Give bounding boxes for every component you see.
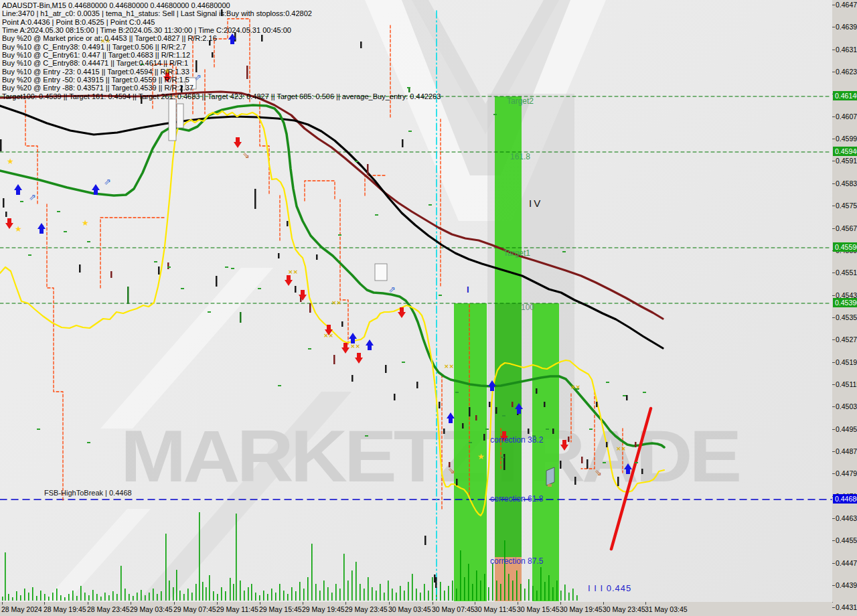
volume-bar xyxy=(240,581,241,601)
price-tick-label: 0.45115 xyxy=(836,380,857,388)
volume-bar xyxy=(271,589,272,601)
correction-38.2-label: correction 38.2 xyxy=(490,436,543,445)
volume-bar xyxy=(327,587,329,601)
buy-arrow-icon xyxy=(624,463,632,474)
elliott-wave-1-label: I xyxy=(467,285,469,295)
info-line: Buy %20 @ Entry -50: 0.43915 || Target:0… xyxy=(2,76,441,84)
volume-bar xyxy=(72,591,74,601)
info-line: Buy %10 @ C_Entry88: 0.44471 || Target:0… xyxy=(2,59,441,67)
trading-platform-window: MARKETZTRADE ⇗⇗⇗⇗⇘⇘⇘★★★★★×××××××××××××××… xyxy=(0,0,857,616)
candle xyxy=(489,402,491,407)
volume-bar xyxy=(60,595,62,601)
volume-bar xyxy=(524,589,526,601)
volume-bar xyxy=(161,591,162,601)
volume-bar xyxy=(248,587,249,601)
volume-bar xyxy=(251,584,252,601)
x-marker-icon: ×× xyxy=(350,343,360,350)
volume-bar xyxy=(112,591,114,601)
time-tick-label: 28 May 23:45 xyxy=(87,605,130,613)
volume-bar xyxy=(384,593,385,601)
volume-bar xyxy=(380,584,381,601)
flag-object-icon[interactable] xyxy=(546,467,554,485)
time-axis[interactable]: 28 May 202428 May 19:4528 May 23:4529 Ma… xyxy=(0,602,832,616)
candle xyxy=(435,577,437,588)
elliott-wave-3-price-label: I I I 0.445 xyxy=(588,584,631,593)
volume-bar xyxy=(137,593,138,601)
candle xyxy=(333,355,335,364)
volume-bar xyxy=(440,582,441,601)
volume-bar xyxy=(287,594,289,601)
volume-bar xyxy=(540,567,542,601)
volume-bar xyxy=(279,584,281,601)
sell-arrow-icon xyxy=(299,290,307,301)
candle xyxy=(512,402,514,407)
time-tick-label: 31 May 03:45 xyxy=(645,605,688,613)
candle xyxy=(606,442,608,447)
hollow-down-arrow-icon: ⇘ xyxy=(448,465,455,475)
volume-bar xyxy=(488,587,489,601)
volume-bar xyxy=(92,590,94,601)
volume-bar xyxy=(376,591,377,601)
candle xyxy=(309,303,311,313)
sell-arrow-icon xyxy=(234,137,242,148)
time-tick-label: 30 May 07:45 xyxy=(432,605,475,613)
symbol-ohlc-line: ADAUSDT-Bin,M15 0.44680000 0.44680000 0.… xyxy=(2,1,441,9)
time-tick-label: 29 May 07:45 xyxy=(173,605,216,613)
price-tick-label: 0.45195 xyxy=(836,358,857,366)
candle xyxy=(635,442,637,447)
time-tick-label: 30 May 15:45 xyxy=(517,605,560,613)
volume-bar xyxy=(364,589,365,601)
volume-bar xyxy=(179,591,181,601)
price-tick-label: 0.44795 xyxy=(836,469,857,477)
buy-arrow-icon xyxy=(366,339,374,350)
candle xyxy=(3,198,5,208)
volume-bar xyxy=(564,585,566,601)
volume-bar xyxy=(388,581,389,601)
buy-arrow-icon xyxy=(37,223,46,234)
volume-bar xyxy=(191,593,193,601)
star-marker-icon: ★ xyxy=(477,452,485,461)
volume-bar xyxy=(508,574,510,601)
x-marker-icon: ×× xyxy=(444,363,454,370)
price-tick-label: 0.46076 xyxy=(836,112,857,121)
price-tick-label: 0.45035 xyxy=(836,402,857,410)
info-line: Line:3470 | h1_atr_c0: 0.0035 | tema_h1_… xyxy=(2,9,441,17)
price-tick-label: 0.45916 xyxy=(836,157,857,165)
candle xyxy=(367,164,369,175)
candle xyxy=(475,415,477,420)
volume-bar xyxy=(68,594,70,601)
volume-bar xyxy=(500,584,501,601)
candle xyxy=(254,189,256,209)
time-tick-label: 28 May 2024 xyxy=(1,605,42,613)
volume-bar xyxy=(472,584,473,601)
candle xyxy=(316,254,318,260)
candle xyxy=(352,375,354,382)
candle xyxy=(287,221,289,226)
fib-label-161.8: 161.8 xyxy=(510,153,530,161)
volume-bar xyxy=(372,587,373,601)
candle xyxy=(5,212,7,217)
fib-label-target1: Target1 xyxy=(503,249,530,258)
candle xyxy=(528,429,530,434)
volume-bar xyxy=(408,582,409,601)
candle xyxy=(456,479,458,485)
volume-bar xyxy=(343,554,345,601)
price-label-highlight: 0.46140 xyxy=(833,91,857,100)
candle xyxy=(216,276,218,287)
star-marker-icon: ★ xyxy=(15,224,22,234)
price-tick-label: 0.44875 xyxy=(836,447,857,455)
price-axis[interactable]: 0.464770.463970.463180.462380.461580.460… xyxy=(832,0,857,602)
volume-bar xyxy=(299,582,301,601)
candle xyxy=(469,407,471,416)
volume-bar xyxy=(173,587,174,601)
volume-bar xyxy=(88,595,90,601)
chart-surface[interactable]: MARKETZTRADE ⇗⇗⇗⇗⇘⇘⇘★★★★★×××××××××××××××… xyxy=(0,0,833,603)
info-line: Time A:2024.05.30 08:15:00 | Time B:2024… xyxy=(2,26,441,34)
volume-bar xyxy=(492,564,493,601)
volume-bar xyxy=(52,593,54,601)
volume-bar xyxy=(121,566,122,601)
price-tick-label: 0.45517 xyxy=(836,268,857,277)
candle xyxy=(79,264,81,273)
volume-bar xyxy=(412,574,413,601)
volume-bar xyxy=(141,590,142,601)
